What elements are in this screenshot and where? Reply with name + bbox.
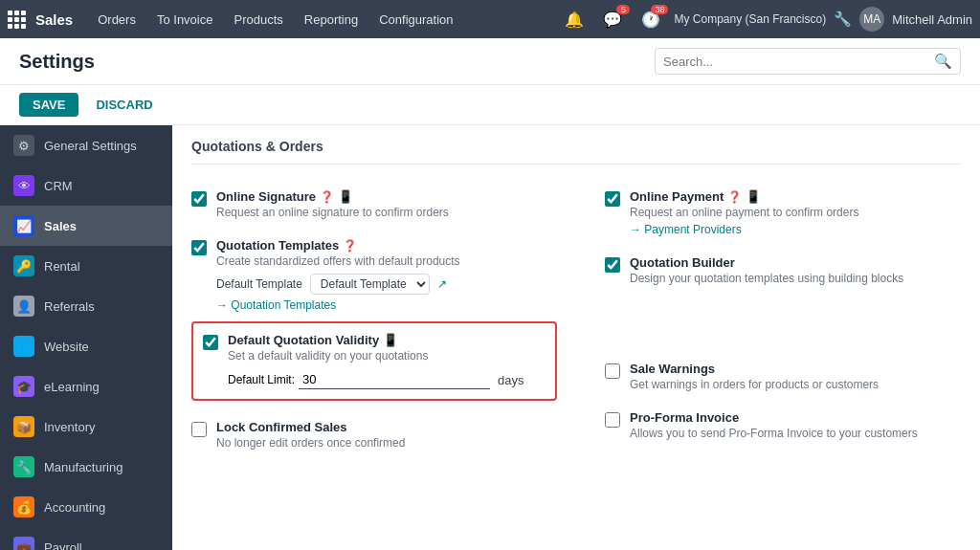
quotation-builder-checkbox[interactable]: [605, 257, 620, 273]
sidebar-item-accounting[interactable]: 💰 Accounting: [0, 487, 172, 527]
online-payment-mobile-icon: 📱: [746, 189, 761, 204]
username: Mitchell Admin: [892, 12, 972, 27]
page-header: Settings 🔍: [0, 38, 980, 85]
sidebar-item-inventory[interactable]: 📦 Inventory: [0, 407, 172, 447]
lock-confirmed-sales-title: Lock Confirmed Sales: [216, 420, 557, 434]
referrals-icon: 👤: [13, 296, 34, 317]
sidebar-label-rental: Rental: [44, 259, 80, 274]
external-link-icon[interactable]: ↗: [437, 277, 447, 291]
quotation-templates-info-icon[interactable]: ❓: [343, 239, 357, 253]
setting-online-signature: Online Signature ❓ 📱 Request an online s…: [191, 180, 557, 229]
sidebar-item-rental[interactable]: 🔑 Rental: [0, 246, 172, 286]
action-bar: SAVE DISCARD: [0, 85, 980, 125]
online-signature-info-icon[interactable]: ❓: [320, 190, 334, 204]
nav-orders[interactable]: Orders: [88, 9, 145, 31]
save-button[interactable]: SAVE: [19, 93, 78, 117]
notification-bell[interactable]: 🔔: [559, 9, 590, 31]
avatar[interactable]: MA: [859, 7, 884, 32]
sidebar-item-general-settings[interactable]: ⚙ General Settings: [0, 125, 172, 165]
activity-badge: 38: [651, 5, 668, 14]
quotation-templates-title: Quotation Templates ❓: [216, 238, 557, 253]
sidebar-item-sales[interactable]: 📈 Sales: [0, 206, 172, 246]
lock-confirmed-sales-content: Lock Confirmed Sales No longer edit orde…: [216, 420, 557, 450]
sales-icon: 📈: [13, 215, 34, 236]
online-signature-content: Online Signature ❓ 📱 Request an online s…: [216, 189, 557, 219]
quotation-builder-title: Quotation Builder: [630, 255, 961, 270]
search-input[interactable]: [663, 55, 934, 69]
quotation-templates-checkbox[interactable]: [191, 240, 207, 255]
accounting-icon: 💰: [13, 496, 34, 517]
quotation-templates-link[interactable]: Quotation Templates: [216, 298, 557, 312]
sale-warnings-content: Sale Warnings Get warnings in orders for…: [630, 362, 961, 391]
general-settings-icon: ⚙: [13, 135, 34, 156]
pro-forma-invoice-content: Pro-Forma Invoice Allows you to send Pro…: [630, 410, 961, 440]
lock-confirmed-sales-desc: No longer edit orders once confirmed: [216, 436, 557, 450]
messages-icon[interactable]: 💬 5: [597, 9, 628, 31]
nav-configuration[interactable]: Configuration: [369, 9, 462, 31]
pro-forma-invoice-desc: Allows you to send Pro-Forma Invoice to …: [630, 427, 961, 440]
topnav: Sales Orders To Invoice Products Reporti…: [0, 0, 980, 38]
page-title: Settings: [19, 51, 95, 73]
sidebar-item-payroll[interactable]: 💼 Payroll: [0, 527, 172, 550]
sidebar-label-elearning: eLearning: [44, 380, 100, 394]
online-signature-title: Online Signature ❓ 📱: [216, 189, 557, 204]
sidebar: ⚙ General Settings 👁 CRM 📈 Sales 🔑 Renta…: [0, 125, 172, 550]
pro-forma-invoice-title: Pro-Forma Invoice: [630, 410, 961, 425]
nav-to-invoice[interactable]: To Invoice: [147, 9, 223, 31]
quotation-builder-desc: Design your quotation templates using bu…: [630, 272, 961, 285]
activity-icon[interactable]: 🕐 38: [635, 9, 666, 31]
app-name: Sales: [35, 11, 73, 28]
company-name[interactable]: My Company (San Francisco): [674, 12, 826, 26]
main-content: ⚙ General Settings 👁 CRM 📈 Sales 🔑 Renta…: [0, 125, 980, 550]
sale-warnings-title: Sale Warnings: [630, 362, 961, 376]
settings-grid: Online Signature ❓ 📱 Request an online s…: [191, 180, 961, 459]
default-quotation-validity-checkbox[interactable]: [203, 335, 218, 350]
online-payment-content: Online Payment ❓ 📱 Request an online pay…: [630, 189, 961, 236]
quotation-templates-content: Quotation Templates ❓ Create standardize…: [216, 238, 557, 312]
days-label: days: [498, 373, 523, 387]
wrench-icon[interactable]: 🔧: [834, 11, 852, 28]
sidebar-item-website[interactable]: 🌐 Website: [0, 326, 172, 366]
sidebar-label-inventory: Inventory: [44, 420, 95, 434]
setting-quotation-templates: Quotation Templates ❓ Create standardize…: [191, 229, 557, 321]
online-signature-checkbox[interactable]: [191, 191, 207, 207]
search-icon[interactable]: 🔍: [934, 53, 952, 70]
setting-quotation-builder: Quotation Builder Design your quotation …: [605, 246, 961, 295]
sidebar-item-referrals[interactable]: 👤 Referrals: [0, 286, 172, 326]
col-right: Online Payment ❓ 📱 Request an online pay…: [576, 180, 961, 459]
online-payment-info-icon[interactable]: ❓: [727, 190, 742, 204]
lock-confirmed-sales-checkbox[interactable]: [191, 422, 207, 437]
payment-providers-link[interactable]: Payment Providers: [630, 223, 961, 236]
grid-icon: [8, 11, 26, 29]
default-template-label: Default Template: [216, 277, 302, 291]
online-payment-desc: Request an online payment to confirm ord…: [630, 206, 961, 219]
section-title: Quotations & Orders: [191, 125, 961, 165]
website-icon: 🌐: [13, 336, 34, 357]
sale-warnings-checkbox[interactable]: [605, 363, 620, 379]
pro-forma-invoice-checkbox[interactable]: [605, 412, 620, 428]
setting-pro-forma-invoice: Pro-Forma Invoice Allows you to send Pro…: [605, 401, 961, 450]
online-payment-checkbox[interactable]: [605, 191, 620, 207]
default-limit-input[interactable]: [299, 370, 490, 389]
col-left: Online Signature ❓ 📱 Request an online s…: [191, 180, 576, 459]
sidebar-item-manufacturing[interactable]: 🔧 Manufacturing: [0, 447, 172, 487]
default-template-select[interactable]: Default Template: [310, 274, 430, 295]
page: Settings 🔍 SAVE DISCARD ⚙ General Settin…: [0, 38, 980, 550]
nav-reporting[interactable]: Reporting: [295, 9, 368, 31]
sidebar-label-general: General Settings: [44, 139, 137, 153]
messages-badge: 5: [616, 5, 630, 14]
manufacturing-icon: 🔧: [13, 456, 34, 477]
app-logo[interactable]: Sales: [8, 11, 80, 29]
validity-title: Default Quotation Validity 📱: [228, 333, 546, 347]
sidebar-label-referrals: Referrals: [44, 299, 95, 314]
topnav-right: 🔔 💬 5 🕐 38 My Company (San Francisco) 🔧 …: [559, 7, 972, 32]
sidebar-item-crm[interactable]: 👁 CRM: [0, 165, 172, 206]
validity-inner: Default Quotation Validity 📱 Set a defau…: [203, 333, 546, 389]
template-row: Default Template Default Template ↗: [216, 274, 557, 295]
nav-products[interactable]: Products: [224, 9, 292, 31]
rental-icon: 🔑: [13, 255, 34, 276]
online-signature-mobile-icon: 📱: [338, 189, 353, 204]
sidebar-label-crm: CRM: [44, 179, 73, 193]
discard-button[interactable]: DISCARD: [86, 93, 162, 117]
sidebar-item-elearning[interactable]: 🎓 eLearning: [0, 366, 172, 407]
